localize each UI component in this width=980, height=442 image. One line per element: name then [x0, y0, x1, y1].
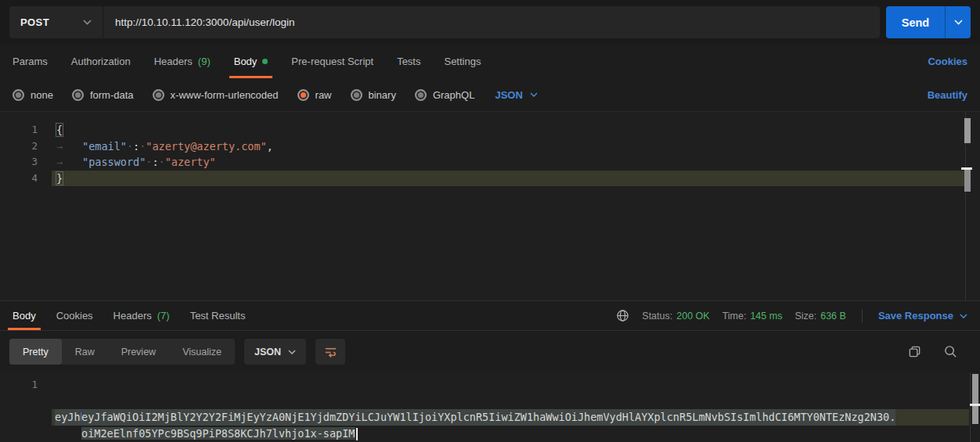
open-brace: {	[56, 124, 63, 136]
response-tab-cookies[interactable]: Cookies	[56, 301, 93, 330]
response-view-switcher: Pretty Raw Preview Visualize	[9, 339, 235, 365]
scrollbar-thumb[interactable]	[972, 374, 978, 424]
code-line-4-current: 4 }	[0, 171, 980, 187]
cookies-link[interactable]: Cookies	[928, 45, 967, 78]
json-value-email: "azerty@azerty.com"	[146, 140, 266, 153]
tab-authorization[interactable]: Authorization	[71, 45, 131, 78]
view-visualize-button[interactable]: Visualize	[169, 339, 235, 365]
tab-pre-request-script[interactable]: Pre-request Script	[291, 45, 373, 78]
send-split-button: Send	[886, 6, 971, 38]
chevron-down-icon	[83, 20, 92, 25]
line-number: 1	[0, 376, 38, 393]
chevron-down-icon	[530, 92, 538, 97]
close-brace: }	[56, 172, 63, 185]
json-key-password: "password"	[82, 156, 146, 168]
radio-raw-selected[interactable]	[297, 89, 309, 101]
status-value: 200 OK	[676, 311, 709, 322]
view-raw-button[interactable]: Raw	[62, 339, 108, 365]
tab-settings[interactable]: Settings	[444, 45, 481, 78]
line-number: 1	[0, 122, 38, 138]
network-globe-icon[interactable]	[616, 309, 629, 322]
time-indicator: Time: 145 ms	[722, 311, 783, 322]
response-tabs-row: Body Cookies Headers (7) Test Results St…	[0, 301, 980, 331]
tab-params[interactable]: Params	[13, 45, 48, 78]
postman-window: POST Send Params Authorization Headers (…	[0, 0, 980, 442]
response-line-2: eyJfaWQiOiI2MjBlY2Y2Y2FiMjEyYzA0NjE1Yjdm…	[0, 393, 969, 409]
mode-graphql[interactable]: GraphQL	[415, 89, 474, 101]
editor-scrollbar[interactable]	[965, 112, 976, 300]
response-meta: Status: 200 OK Time: 145 ms Size: 636 B …	[616, 301, 967, 330]
request-body-editor[interactable]: 1 { 2 →"email"·:·"azerty@azerty.com", 3 …	[0, 111, 980, 301]
response-tab-headers[interactable]: Headers (7)	[113, 301, 170, 330]
size-value: 636 B	[820, 311, 846, 322]
chevron-down-icon	[954, 20, 963, 25]
mode-x-www-form-urlencoded[interactable]: x-www-form-urlencoded	[153, 89, 279, 101]
divider	[862, 309, 863, 323]
response-tab-test-results[interactable]: Test Results	[190, 301, 246, 330]
response-tab-body[interactable]: Body	[13, 301, 36, 330]
copy-icon[interactable]	[907, 344, 922, 359]
chevron-down-icon	[960, 314, 967, 318]
radio-graphql[interactable]	[415, 89, 427, 101]
body-set-indicator-dot	[262, 59, 268, 64]
code-line-2: 2 →"email"·:·"azerty@azerty.com",	[0, 138, 980, 155]
time-value: 145 ms	[750, 311, 782, 322]
view-pretty-button[interactable]: Pretty	[9, 339, 62, 365]
search-icon[interactable]	[943, 344, 958, 359]
request-tabs: Params Authorization Headers (9) Body Pr…	[0, 45, 980, 78]
indent-arrow: →	[56, 138, 82, 155]
request-url-bar: POST Send	[0, 0, 980, 45]
size-indicator: Size: 636 B	[794, 311, 845, 322]
mode-none[interactable]: none	[13, 89, 53, 101]
method-dropdown[interactable]: POST	[9, 6, 103, 38]
tab-headers[interactable]: Headers (9)	[154, 45, 211, 78]
send-button[interactable]: Send	[886, 6, 945, 38]
wrap-text-icon	[323, 344, 338, 359]
mode-form-data[interactable]: form-data	[72, 89, 134, 101]
line-number: 4	[0, 171, 38, 187]
status-indicator: Status: 200 OK	[642, 311, 709, 322]
scrollbar-marker	[964, 170, 971, 192]
url-input[interactable]	[103, 6, 880, 38]
json-key-email: "email"	[82, 140, 127, 153]
radio-x-www-form-urlencoded[interactable]	[153, 89, 164, 101]
save-response-button[interactable]: Save Response	[878, 310, 967, 322]
response-body-editor[interactable]: 1 eyJhbGciOiJIUzI1NiIsInR5cCI6IkpXVCJ9. …	[0, 372, 980, 442]
code-line-3: 3 →"password"·:·"azerty"	[0, 154, 980, 171]
response-actions	[907, 344, 971, 359]
send-options-button[interactable]	[945, 6, 971, 38]
method-label: POST	[20, 16, 49, 28]
text-cursor	[356, 428, 358, 440]
cursor-position-marker	[970, 404, 980, 406]
scrollbar-thumb[interactable]	[964, 118, 971, 143]
response-toolbar: Pretty Raw Preview Visualize JSON	[0, 331, 980, 372]
code-line-1: 1 {	[0, 122, 980, 138]
raw-language-dropdown[interactable]: JSON	[495, 89, 537, 101]
response-line-1: 1 eyJhbGciOiJIUzI1NiIsInR5cCI6IkpXVCJ9.	[0, 376, 969, 393]
beautify-link[interactable]: Beautify	[928, 89, 967, 101]
response-language-dropdown[interactable]: JSON	[244, 339, 306, 365]
body-mode-row: none form-data x-www-form-urlencoded raw…	[0, 78, 980, 111]
mode-raw[interactable]: raw	[297, 89, 332, 101]
mode-binary[interactable]: binary	[351, 89, 396, 101]
radio-binary[interactable]	[351, 89, 362, 101]
response-headers-count-badge: (7)	[157, 310, 170, 322]
indent-arrow: →	[56, 154, 82, 171]
json-value-password: "azerty"	[165, 156, 216, 168]
line-number: 2	[0, 138, 38, 155]
line-number: 3	[0, 154, 38, 171]
response-line-3: oiM2eElnf05YPc9BSq9PiP8S8KCJh7lvhjo1x-sa…	[0, 409, 969, 426]
wrap-text-button[interactable]	[315, 339, 345, 365]
tab-tests[interactable]: Tests	[397, 45, 420, 78]
view-preview-button[interactable]: Preview	[108, 339, 169, 365]
radio-none[interactable]	[13, 89, 24, 101]
chevron-down-icon	[288, 350, 296, 354]
radio-form-data[interactable]	[72, 89, 84, 101]
headers-count-badge: (9)	[198, 56, 211, 67]
response-scrollbar[interactable]	[970, 372, 980, 442]
tab-body[interactable]: Body	[234, 45, 268, 78]
jwt-token-part-3: oiM2eElnf05YPc9BSq9PiP8S8KCJh7lvhjo1x-sa…	[81, 427, 355, 440]
